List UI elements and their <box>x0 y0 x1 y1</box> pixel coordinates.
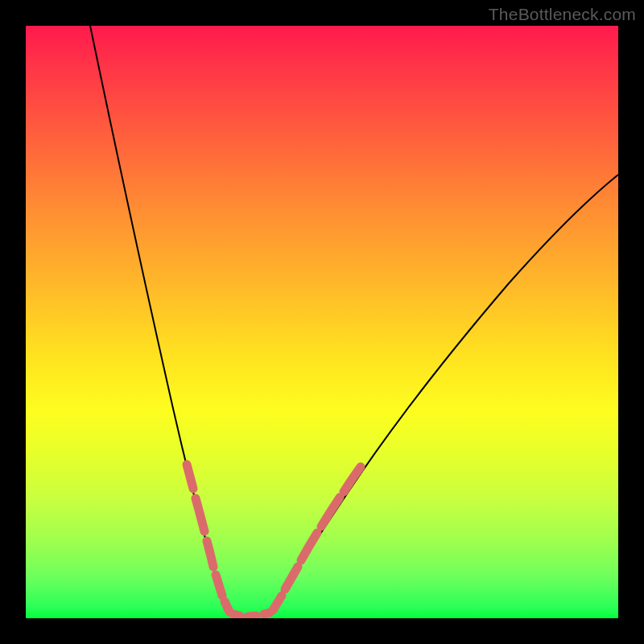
outer-frame: TheBottleneck.com <box>0 0 644 644</box>
watermark-text: TheBottleneck.com <box>489 5 636 24</box>
pink-overlay-bottom <box>233 613 270 617</box>
right-curve <box>267 175 618 613</box>
pink-overlay-right <box>273 467 361 610</box>
left-curve <box>90 26 231 613</box>
plot-area <box>26 26 618 618</box>
pink-overlay-left <box>187 464 229 612</box>
curve-svg <box>26 26 618 618</box>
